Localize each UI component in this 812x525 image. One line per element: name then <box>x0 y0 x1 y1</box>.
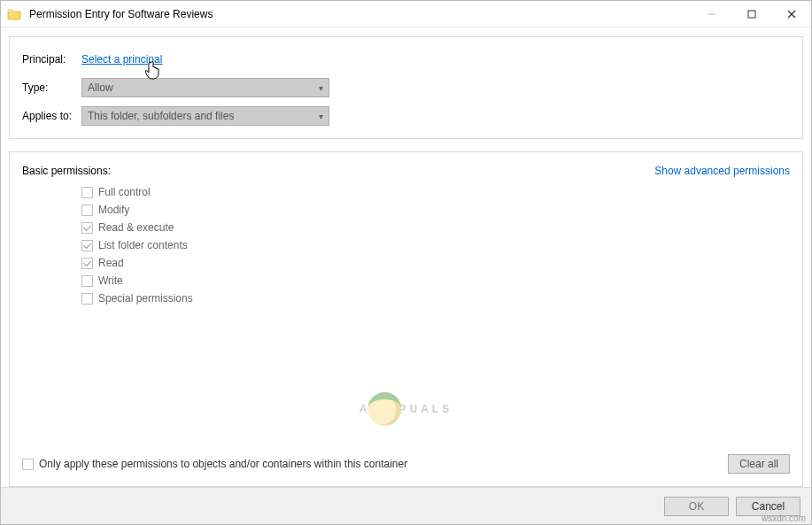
permission-label: List folder contents <box>98 239 188 251</box>
type-value: Allow <box>88 81 113 94</box>
applies-row: Applies to: This folder, subfolders and … <box>22 106 790 126</box>
permission-item[interactable]: Special permissions <box>81 292 790 305</box>
permissions-header: Basic permissions: Show advanced permiss… <box>22 165 790 177</box>
titlebar: Permission Entry for Software Reviews <box>1 1 811 27</box>
permission-label: Modify <box>98 204 129 216</box>
permission-checkbox[interactable] <box>81 293 93 305</box>
permission-label: Full control <box>98 186 151 198</box>
principal-row: Principal: Select a principal <box>22 50 790 69</box>
footer-note: wsxdn.com <box>762 513 806 523</box>
window-controls <box>692 1 811 27</box>
principal-label: Principal: <box>22 53 81 66</box>
permission-item[interactable]: List folder contents <box>81 239 790 251</box>
permission-checkbox[interactable] <box>81 258 93 269</box>
only-apply-checkbox[interactable] <box>22 459 34 470</box>
chevron-down-icon: ▾ <box>319 83 323 93</box>
svg-rect-1 <box>748 11 755 18</box>
show-advanced-link[interactable]: Show advanced permissions <box>654 165 790 177</box>
close-button[interactable] <box>771 1 811 27</box>
mascot-icon <box>368 392 402 426</box>
window-title: Permission Entry for Software Reviews <box>27 8 692 20</box>
type-combobox[interactable]: Allow ▾ <box>81 78 329 97</box>
permission-checkbox[interactable] <box>81 205 93 216</box>
minimize-button[interactable] <box>692 1 731 27</box>
select-principal-link[interactable]: Select a principal <box>81 53 162 66</box>
folder-icon <box>1 7 27 21</box>
permission-checkbox[interactable] <box>81 222 93 234</box>
type-row: Type: Allow ▾ <box>22 78 790 97</box>
permission-label: Write <box>98 274 123 287</box>
only-apply-row[interactable]: Only apply these permissions to objects … <box>22 458 407 470</box>
dialog-footer: OK Cancel <box>1 487 811 524</box>
ok-button[interactable]: OK <box>664 497 729 516</box>
basic-permissions-label: Basic permissions: <box>22 165 111 177</box>
applies-label: Applies to: <box>22 110 81 122</box>
permissions-group: Basic permissions: Show advanced permiss… <box>9 151 803 487</box>
permission-item[interactable]: Read <box>81 257 790 269</box>
dialog-window: Permission Entry for Software Reviews Pr… <box>0 0 812 525</box>
permission-label: Read & execute <box>98 221 174 234</box>
permission-checkbox[interactable] <box>81 240 93 251</box>
permission-checkbox[interactable] <box>81 275 93 287</box>
type-label: Type: <box>22 81 81 94</box>
maximize-button[interactable] <box>731 1 771 27</box>
permissions-list: Full controlModifyRead & executeList fol… <box>81 186 790 305</box>
permission-item[interactable]: Modify <box>81 204 790 216</box>
permission-label: Special permissions <box>98 292 193 305</box>
applies-value: This folder, subfolders and files <box>88 110 234 122</box>
permission-item[interactable]: Read & execute <box>81 221 790 234</box>
clear-all-button[interactable]: Clear all <box>728 454 790 474</box>
permission-label: Read <box>98 257 124 269</box>
watermark: A PUALS <box>360 392 452 426</box>
chevron-down-icon: ▾ <box>319 112 323 121</box>
applies-combobox[interactable]: This folder, subfolders and files ▾ <box>81 106 329 126</box>
only-apply-label: Only apply these permissions to objects … <box>39 458 407 470</box>
permissions-bottom-row: Only apply these permissions to objects … <box>22 438 790 474</box>
permission-item[interactable]: Full control <box>81 186 790 198</box>
permission-item[interactable]: Write <box>81 274 790 287</box>
permission-checkbox[interactable] <box>81 187 93 198</box>
principal-group: Principal: Select a principal Type: Allo… <box>9 36 803 139</box>
dialog-content: Principal: Select a principal Type: Allo… <box>1 27 811 487</box>
